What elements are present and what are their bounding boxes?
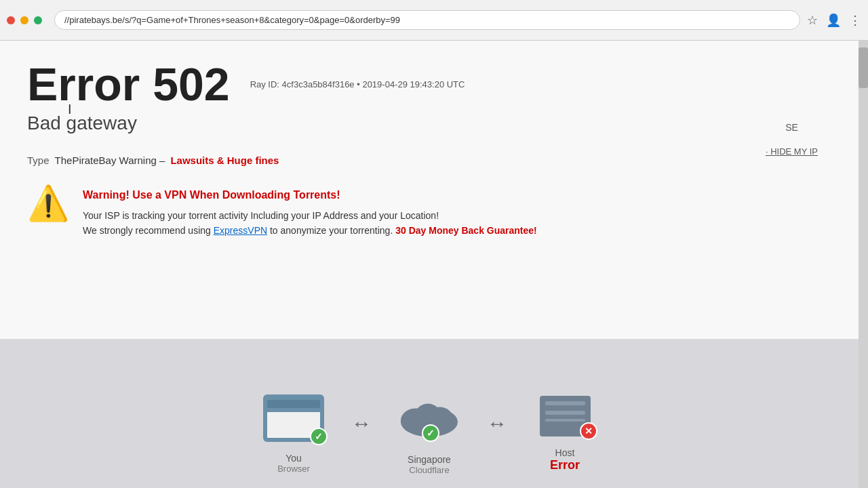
browser-chrome: //piratebays.be/s/?q=Game+of+Thrones+sea…	[0, 0, 868, 41]
warning-content: Warning! Use a VPN When Downloading Torr…	[83, 186, 537, 238]
ray-id-value: 4cf3c3a5b84f316e	[282, 79, 355, 89]
error-meta: Ray ID: 4cf3c3a5b84f316e • 2019-04-29 19…	[250, 79, 465, 89]
cloud-icon-wrap: ✓	[395, 393, 463, 443]
diagram-host: ✕ Host Error	[517, 396, 612, 472]
server-icon-wrap: ✕	[540, 396, 591, 436]
bookmark-icon[interactable]: ☆	[807, 13, 818, 28]
browser-icon-wrap: ✓	[263, 394, 324, 442]
money-back-text: 30 Day Money Back Guarantee!	[395, 225, 537, 236]
host-label: Host	[555, 447, 575, 458]
browser-icons: ☆ 👤 ⋮	[807, 13, 861, 28]
diagram-cloudflare: ✓ Singapore Cloudflare	[382, 393, 477, 475]
diagram-section: ✓ You Browser ↔ ✓ Singapore Cloudflare ↔	[0, 339, 859, 488]
se-label: SE	[766, 122, 818, 133]
text-cursor: I	[68, 102, 72, 117]
browser-label: Browser	[277, 464, 310, 474]
cloudflare-label: Cloudflare	[409, 465, 449, 475]
scrollbar-thumb[interactable]	[859, 47, 868, 88]
bullet: •	[357, 79, 360, 89]
warning-box: ⚠️ Warning! Use a VPN When Downloading T…	[27, 180, 831, 245]
hide-my-ip-link[interactable]: · HIDE MY IP	[766, 146, 818, 157]
error-code: Error 502	[27, 61, 230, 107]
error-subtitle: Bad gateway	[27, 113, 831, 134]
warning-icon: ⚠️	[27, 186, 69, 220]
warning-line2-post: to anonymize your torrenting.	[267, 225, 393, 236]
side-labels: SE · HIDE MY IP	[766, 122, 818, 157]
account-icon[interactable]: 👤	[826, 13, 841, 28]
diagram-you: ✓ You Browser	[246, 394, 341, 474]
arrow-you-to-cloud: ↔	[351, 412, 372, 455]
cloud-check-badge: ✓	[422, 424, 439, 442]
svg-point-3	[416, 403, 440, 424]
menu-icon[interactable]: ⋮	[849, 13, 861, 28]
host-error-label: Error	[550, 458, 580, 472]
warning-line2-pre: We strongly recommend using	[83, 225, 214, 236]
arrow-cloud-to-host: ↔	[487, 412, 507, 455]
you-check-badge: ✓	[310, 428, 328, 445]
type-row: Type ThePirateBay Warning – Lawsuits & H…	[27, 155, 831, 166]
warning-line1: Your ISP is tracking your torrent activi…	[83, 208, 537, 223]
ray-id-label: Ray ID:	[250, 79, 279, 89]
type-warning: Lawsuits & Huge fines	[170, 155, 279, 166]
content-area: I Error 502 Ray ID: 4cf3c3a5b84f316e • 2…	[0, 41, 859, 488]
expressvpn-link[interactable]: ExpressVPN	[214, 225, 267, 236]
top-section: I Error 502 Ray ID: 4cf3c3a5b84f316e • 2…	[0, 41, 859, 339]
scrollbar[interactable]	[859, 41, 868, 488]
singapore-label: Singapore	[408, 454, 451, 465]
type-label: Type	[27, 155, 50, 166]
timestamp: 2019-04-29 19:43:20 UTC	[362, 79, 465, 89]
host-error-badge: ✕	[580, 422, 597, 440]
error-heading: Error 502 Ray ID: 4cf3c3a5b84f316e • 201…	[27, 61, 831, 107]
address-bar[interactable]: //piratebays.be/s/?q=Game+of+Thrones+sea…	[54, 10, 800, 30]
warning-title: Warning! Use a VPN When Downloading Torr…	[83, 186, 537, 204]
you-label: You	[285, 453, 302, 464]
type-value: ThePirateBay Warning –	[55, 155, 165, 166]
warning-line2: We strongly recommend using ExpressVPN t…	[83, 223, 537, 238]
